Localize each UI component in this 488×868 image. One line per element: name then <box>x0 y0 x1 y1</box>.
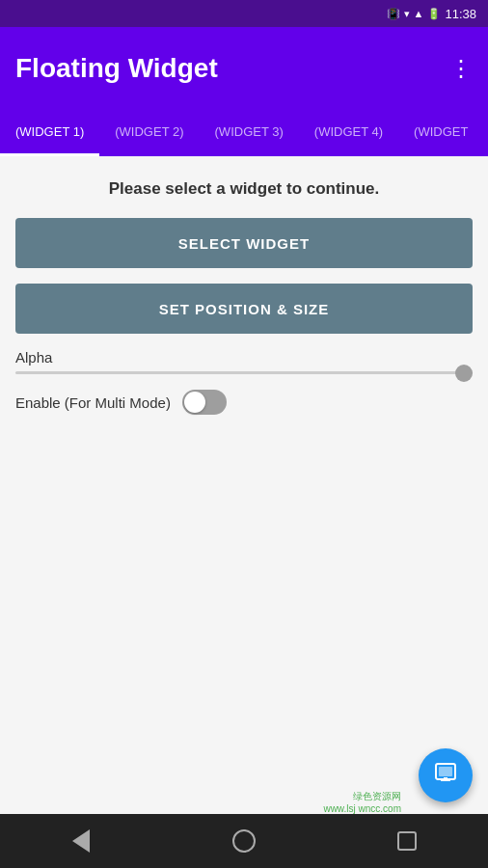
back-button[interactable] <box>62 822 100 860</box>
select-widget-button[interactable]: SELECT WIDGET <box>15 218 473 268</box>
watermark: 绿色资源网 www.lsj wncc.com <box>323 790 401 814</box>
enable-row: Enable (For Multi Mode) <box>15 390 473 415</box>
tab-widget-5[interactable]: (WIDGET <box>398 110 483 156</box>
back-icon <box>72 829 90 853</box>
home-icon <box>232 829 256 853</box>
vibrate-icon: 📳 <box>387 8 400 20</box>
tabs-bar: (WIDGET 1) (WIDGET 2) (WIDGET 3) (WIDGET… <box>0 110 488 156</box>
svg-rect-1 <box>439 767 452 776</box>
recents-icon <box>397 831 417 851</box>
battery-icon: 🔋 <box>427 8 441 20</box>
alpha-section: Alpha <box>15 349 473 374</box>
alpha-slider[interactable] <box>15 371 473 374</box>
tab-widget-2[interactable]: (WIDGET 2) <box>99 110 199 156</box>
recents-button[interactable] <box>388 822 426 860</box>
main-content: Please select a widget to continue. SELE… <box>0 156 488 430</box>
status-bar: 📳 ▾ ▲ 🔋 11:38 <box>0 0 488 27</box>
tab-widget-1[interactable]: (WIDGET 1) <box>0 110 99 156</box>
tab-widget-4[interactable]: (WIDGET 4) <box>299 110 398 156</box>
set-position-button[interactable]: SET POSITION & SIZE <box>15 284 473 334</box>
toggle-knob <box>184 392 205 413</box>
alpha-label: Alpha <box>15 349 473 366</box>
fab-button[interactable] <box>419 748 473 802</box>
enable-label: Enable (For Multi Mode) <box>15 394 171 411</box>
signal-icon: ▲ <box>414 8 424 19</box>
svg-rect-3 <box>444 777 447 780</box>
bottom-nav <box>0 814 488 868</box>
wifi-icon: ▾ <box>404 8 410 20</box>
alpha-slider-container <box>15 371 473 374</box>
status-time: 11:38 <box>445 7 476 21</box>
app-title: Floating Widget <box>15 53 218 84</box>
tab-widget-3[interactable]: (WIDGET 3) <box>200 110 299 156</box>
enable-toggle[interactable] <box>182 390 227 415</box>
fab-icon <box>434 761 457 790</box>
app-bar: Floating Widget ⋮ <box>0 27 488 110</box>
more-options-icon[interactable]: ⋮ <box>449 55 473 82</box>
home-button[interactable] <box>225 822 263 860</box>
status-icons: 📳 ▾ ▲ 🔋 11:38 <box>387 7 476 21</box>
instruction-text: Please select a widget to continue. <box>15 179 473 199</box>
